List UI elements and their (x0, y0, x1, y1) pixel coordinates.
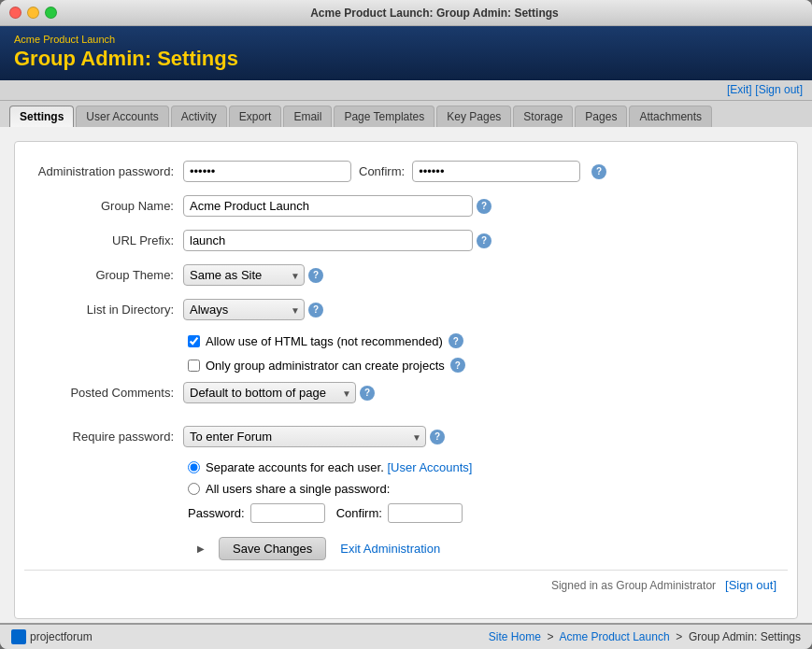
list-in-directory-select[interactable]: Always Never Ask (183, 299, 305, 320)
posted-comments-label: Posted Comments: (24, 386, 183, 400)
header-subtitle: Acme Product Launch (14, 34, 798, 45)
admin-password-input[interactable] (183, 161, 351, 182)
only-admin-label: Only group administrator can create proj… (206, 359, 445, 373)
logo-icon (11, 629, 26, 644)
signout-link[interactable]: [Sign out] (755, 83, 803, 97)
group-theme-select[interactable]: Same as Site Default Custom (183, 264, 305, 286)
minimize-button[interactable] (27, 7, 39, 19)
url-prefix-input[interactable] (183, 230, 473, 251)
posted-comments-row: Posted Comments: Default to bottom of pa… (24, 382, 788, 403)
titlebar: Acme Product Launch: Group Admin: Settin… (0, 0, 812, 26)
require-password-select[interactable]: To enter Forum To view pages To edit pag… (183, 426, 426, 447)
signed-in-bar: Signed in as Group Administrator [Sign o… (24, 570, 788, 600)
group-theme-row: Group Theme: Same as Site Default Custom… (24, 264, 788, 286)
shared-password-row: Password: Confirm: (24, 503, 788, 523)
tab-activity[interactable]: Activity (171, 106, 227, 127)
footer-bar: projectforum Site Home > Acme Product La… (0, 623, 812, 649)
footer-logo: projectforum (11, 629, 93, 644)
only-admin-row: Only group administrator can create proj… (24, 358, 788, 373)
tab-export[interactable]: Export (229, 106, 282, 127)
tab-attachments[interactable]: Attachments (629, 106, 712, 127)
list-in-directory-row: List in Directory: Always Never Ask ▼ ? (24, 299, 788, 320)
confirm-label: Confirm: (359, 164, 405, 178)
tab-user-accounts[interactable]: User Accounts (76, 106, 168, 127)
shared-confirm-label: Confirm: (336, 506, 382, 520)
group-name-input[interactable] (183, 195, 473, 217)
list-directory-help-icon[interactable]: ? (308, 303, 323, 317)
admin-password-row: Administration password: Confirm: ? (24, 161, 788, 182)
footer-signout-link[interactable]: [Sign out] (725, 578, 776, 592)
logo-text: projectforum (30, 630, 93, 643)
header: Acme Product Launch Group Admin: Setting… (0, 26, 812, 80)
settings-panel: Administration password: Confirm: ? Grou… (14, 141, 798, 619)
close-button[interactable] (9, 7, 21, 19)
tab-key-pages[interactable]: Key Pages (436, 106, 511, 127)
list-directory-select-wrapper: Always Never Ask ▼ (183, 299, 305, 320)
maximize-button[interactable] (45, 7, 57, 19)
password-group: Confirm: ? (183, 161, 606, 182)
traffic-lights (9, 7, 57, 19)
group-name-row: Group Name: ? (24, 195, 788, 217)
breadcrumb-current: Group Admin: Settings (689, 630, 801, 643)
posted-comments-select[interactable]: Default to bottom of page Default to top… (183, 382, 356, 403)
header-title: Group Admin: Settings (14, 47, 798, 71)
group-theme-select-wrapper: Same as Site Default Custom ▼ (183, 264, 305, 286)
exit-link[interactable]: [Exit] (727, 83, 752, 97)
save-button[interactable]: Save Changes (219, 537, 326, 560)
confirm-password-input[interactable] (412, 161, 580, 182)
save-row: ▶ Save Changes Exit Administration (24, 537, 788, 560)
breadcrumb-site-home[interactable]: Site Home (489, 630, 541, 643)
signed-in-text: Signed in as Group Administrator (551, 579, 716, 592)
only-admin-help-icon[interactable]: ? (450, 358, 465, 373)
tab-settings[interactable]: Settings (9, 106, 74, 127)
triangle-icon: ▶ (197, 543, 205, 554)
require-password-label: Require password: (24, 430, 183, 444)
user-accounts-link[interactable]: [User Accounts] (387, 460, 472, 474)
breadcrumb: Site Home > Acme Product Launch > Group … (489, 630, 801, 643)
main-window: Acme Product Launch: Group Admin: Settin… (0, 0, 812, 649)
breadcrumb-acme[interactable]: Acme Product Launch (560, 630, 670, 643)
posted-comments-select-wrapper: Default to bottom of page Default to top… (183, 382, 356, 403)
list-in-directory-label: List in Directory: (24, 303, 183, 317)
all-users-share-radio[interactable] (188, 483, 200, 495)
allow-html-help-icon[interactable]: ? (449, 333, 463, 348)
group-name-help-icon[interactable]: ? (477, 199, 491, 214)
shared-confirm-input[interactable] (388, 503, 463, 523)
require-password-select-wrapper: To enter Forum To view pages To edit pag… (183, 426, 426, 447)
shared-password-label: Password: (188, 506, 245, 520)
admin-password-help-icon[interactable]: ? (591, 164, 606, 179)
shared-password-input[interactable] (250, 503, 325, 523)
exit-administration-link[interactable]: Exit Administration (340, 542, 440, 556)
separate-accounts-radio[interactable] (188, 461, 200, 473)
group-theme-label: Group Theme: (24, 268, 183, 282)
tab-page-templates[interactable]: Page Templates (334, 106, 434, 127)
separate-accounts-label: Separate accounts for each user. (206, 460, 384, 474)
posted-comments-help-icon[interactable]: ? (360, 386, 375, 401)
window-title: Acme Product Launch: Group Admin: Settin… (66, 7, 803, 20)
admin-password-label: Administration password: (24, 164, 183, 178)
allow-html-row: Allow use of HTML tags (not recommended)… (24, 333, 788, 348)
require-password-help-icon[interactable]: ? (430, 430, 445, 444)
url-prefix-label: URL Prefix: (24, 233, 183, 247)
all-users-share-row: All users share a single password: (24, 482, 788, 496)
require-password-row: Require password: To enter Forum To view… (24, 426, 788, 447)
separate-accounts-row: Separate accounts for each user. [User A… (24, 460, 788, 474)
only-admin-checkbox[interactable] (188, 360, 200, 372)
url-prefix-help-icon[interactable]: ? (477, 233, 491, 248)
allow-html-label: Allow use of HTML tags (not recommended) (206, 334, 443, 348)
content-area: Administration password: Confirm: ? Grou… (0, 127, 812, 623)
group-theme-help-icon[interactable]: ? (308, 268, 323, 283)
tabs-bar: Settings User Accounts Activity Export E… (0, 101, 812, 127)
tab-pages[interactable]: Pages (575, 106, 627, 127)
group-name-label: Group Name: (24, 199, 183, 213)
tab-storage[interactable]: Storage (513, 106, 573, 127)
url-prefix-row: URL Prefix: ? (24, 230, 788, 251)
tab-email[interactable]: Email (283, 106, 332, 127)
all-users-share-label: All users share a single password: (206, 482, 390, 496)
allow-html-checkbox[interactable] (188, 335, 200, 347)
top-links-bar: [Exit] [Sign out] (0, 80, 812, 101)
